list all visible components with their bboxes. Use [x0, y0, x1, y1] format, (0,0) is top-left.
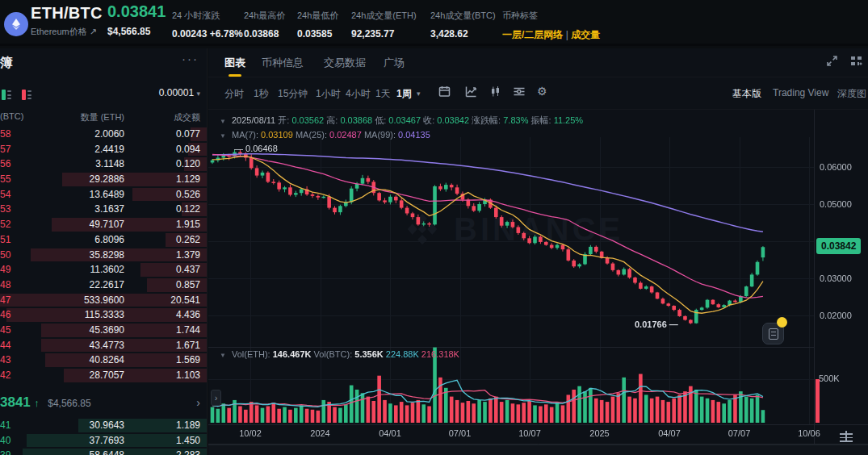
- tab-交易数据[interactable]: 交易数据: [324, 56, 366, 70]
- orderbook-row[interactable]: 48 22.2617 0.857: [0, 278, 207, 293]
- stat-value: 0.03868: [244, 28, 279, 40]
- orderbook-row[interactable]: 42 28.7057 1.103: [0, 368, 207, 383]
- orderbook-row[interactable]: 57 2.4419 0.094: [0, 142, 207, 157]
- orderbook-row[interactable]: 53 3.1637 0.122: [0, 202, 207, 217]
- calendar-icon[interactable]: [438, 86, 451, 98]
- stat-value: 92,235.77: [351, 28, 394, 40]
- qty-cell: 533.9600: [84, 293, 124, 308]
- orderbook-row[interactable]: 44 43.4773 1.671: [0, 338, 207, 353]
- timeframe-1周[interactable]: 1周: [396, 87, 412, 101]
- chevron-down-icon: ▾: [196, 90, 200, 98]
- timeframe-1秒[interactable]: 1秒: [254, 87, 269, 101]
- orderbook-row[interactable]: 52 49.7107 1.915: [0, 217, 207, 232]
- orderbook-mode-sell-icon[interactable]: [22, 90, 32, 100]
- orderbook-row[interactable]: 43 40.8264 1.569: [0, 353, 207, 368]
- timeframe-1天[interactable]: 1天: [375, 87, 391, 101]
- tab-广场[interactable]: 广场: [384, 56, 405, 70]
- qty-cell: 35.8298: [90, 248, 124, 263]
- orderbook-mode-buy-icon[interactable]: [2, 90, 12, 100]
- price-cell: 44: [0, 338, 10, 353]
- collapse-caret-icon[interactable]: ▼: [220, 352, 226, 359]
- orderbook-row[interactable]: 54 13.6489 0.526: [0, 187, 207, 202]
- volume-axis-tick: 500K: [819, 374, 840, 383]
- price-cell: 56: [0, 157, 10, 172]
- price-cell: 57: [0, 142, 10, 157]
- interval-dropdown-caret-icon[interactable]: ▾: [417, 90, 421, 98]
- amount-cell: 0.437: [176, 262, 200, 278]
- qty-cell: 2.4419: [94, 142, 124, 157]
- orderbook-row[interactable]: 46 115.3333 4.436: [0, 307, 207, 323]
- candlestick-chart-canvas[interactable]: [208, 110, 868, 455]
- notification-dot: [777, 317, 787, 328]
- pair-subtitle[interactable]: Ethereum价格 ↗: [31, 26, 97, 38]
- orderbook-row[interactable]: 50 35.8298 1.379: [0, 248, 207, 263]
- orderbook-more-icon[interactable]: ···: [182, 52, 199, 65]
- qty-cell: 49.7107: [90, 217, 124, 232]
- price-cell: 47: [0, 293, 10, 308]
- tab-币种信息[interactable]: 币种信息: [262, 56, 304, 70]
- collapse-caret-icon[interactable]: ▼: [220, 132, 226, 140]
- last-price-tag: 0.03842: [816, 238, 861, 254]
- amount-cell: 0.262: [176, 232, 200, 248]
- orderbook-row[interactable]: 55 29.2886 1.129: [0, 172, 207, 187]
- orderbook-row[interactable]: 39 58.6448 2.283: [0, 448, 207, 455]
- qty-cell: 58.6448: [90, 448, 124, 455]
- date-axis-label: 07/01: [449, 428, 472, 438]
- col-amount: 成交额: [174, 111, 200, 123]
- last-price: 0.03841: [107, 2, 166, 21]
- tab-图表[interactable]: 图表: [224, 56, 245, 70]
- indicators-icon[interactable]: [513, 86, 526, 98]
- layout-grid-icon[interactable]: [850, 55, 862, 67]
- orderbook-row[interactable]: 58 2.0060 0.077: [0, 127, 207, 142]
- news-widget-button[interactable]: [762, 323, 784, 344]
- gear-icon[interactable]: ⚙: [537, 86, 547, 98]
- orderbook-row[interactable]: 41 30.9643 1.189: [0, 418, 207, 433]
- qty-cell: 28.7057: [90, 368, 124, 383]
- amount-cell: 1.103: [176, 368, 200, 383]
- orderbook-row[interactable]: 49 11.3602 0.437: [0, 262, 207, 278]
- timeframe-分时[interactable]: 分时: [224, 87, 244, 101]
- timeframe-15分钟[interactable]: 15分钟: [278, 87, 308, 101]
- high-price-marker: — 0.06468: [234, 144, 278, 153]
- price-cell: 50: [0, 248, 10, 263]
- external-link-icon: ↗: [90, 27, 97, 36]
- date-axis-label: 2024: [310, 428, 329, 438]
- last-price: 3841: [0, 394, 31, 410]
- qty-cell: 40.8264: [90, 353, 124, 368]
- stat-label: 24h成交量(BTC): [430, 10, 496, 22]
- qty-cell: 22.2617: [90, 278, 124, 293]
- amount-cell: 1.569: [176, 353, 200, 368]
- orderbook-last-price-row[interactable]: 3841 ↑ $4,566.85 ›: [0, 390, 207, 415]
- fullscreen-icon[interactable]: [826, 55, 838, 67]
- timeframe-1小时[interactable]: 1小时: [316, 87, 341, 101]
- view-基本版[interactable]: 基本版: [732, 87, 761, 101]
- stat-value: 3,428.62: [430, 28, 468, 40]
- orderbook-row[interactable]: 47 533.9600 20.541: [0, 293, 207, 308]
- candlestick-icon[interactable]: [489, 86, 501, 98]
- qty-cell: 45.3690: [90, 323, 124, 338]
- price-cell: 46: [0, 307, 10, 323]
- orderbook-row[interactable]: 51 6.8096 0.262: [0, 232, 207, 248]
- amount-cell: 1.129: [176, 172, 200, 187]
- qty-cell: 11.3602: [90, 262, 125, 278]
- amount-cell: 20.541: [170, 293, 200, 308]
- price-axis-label: 0.03000: [820, 273, 852, 283]
- tick-size-dropdown[interactable]: 0.00001 ▾: [159, 87, 200, 98]
- orderbook-row[interactable]: 56 3.1148 0.120: [0, 157, 207, 172]
- timeframe-4小时[interactable]: 4小时: [346, 87, 371, 101]
- amount-cell: 1.744: [176, 323, 200, 338]
- view-深度图[interactable]: 深度图: [837, 87, 866, 101]
- volume-readout: ▼ Vol(ETH): 146.467K Vol(BTC): 5.356K 22…: [220, 349, 459, 359]
- orderbook-row[interactable]: 45 45.3690 1.744: [0, 323, 207, 338]
- orderbook-column-headers: (BTC) 数量 (ETH) 成交额: [0, 111, 207, 124]
- axis-scale-icon[interactable]: [840, 431, 853, 441]
- ma-readout: ▼ MA(7): 0.03109 MA(25): 0.02487 MA(99):…: [220, 130, 430, 140]
- collapse-caret-icon[interactable]: ▼: [220, 118, 226, 125]
- tag-link-volume[interactable]: 成交量: [571, 29, 600, 40]
- view-Trading View[interactable]: Trading View: [773, 87, 828, 98]
- tag-link-network[interactable]: 一层/二层网络: [502, 29, 563, 40]
- line-chart-icon[interactable]: [465, 86, 477, 98]
- orderbook-row[interactable]: 40 37.7693 1.450: [0, 433, 207, 449]
- pane-expand-chevron[interactable]: ›: [211, 390, 221, 406]
- active-tab-underline: [229, 74, 241, 77]
